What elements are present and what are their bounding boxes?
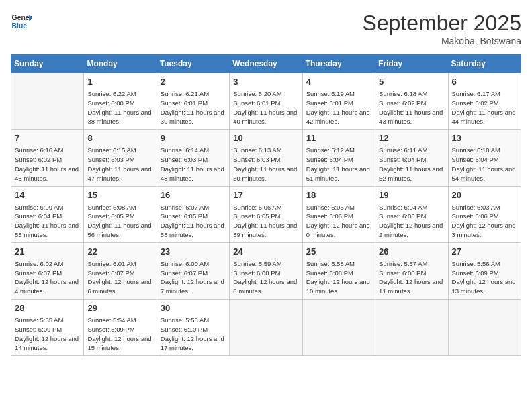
day-number: 5 [379,76,444,88]
day-number: 6 [452,76,517,88]
calendar-cell: 24 Sunrise: 5:59 AM Sunset: 6:08 PM Dayl… [230,242,302,299]
day-number: 19 [379,189,444,201]
day-number: 17 [233,189,298,201]
calendar-cell: 19 Sunrise: 6:04 AM Sunset: 6:06 PM Dayl… [375,186,448,242]
logo: General Blue [11,11,32,32]
day-number: 11 [306,132,371,144]
day-info: Sunrise: 5:58 AM Sunset: 6:08 PM Dayligh… [306,259,371,296]
day-info: Sunrise: 6:08 AM Sunset: 6:05 PM Dayligh… [87,203,152,240]
day-info: Sunrise: 6:19 AM Sunset: 6:01 PM Dayligh… [306,89,371,126]
day-number: 2 [161,76,226,88]
day-info: Sunrise: 6:10 AM Sunset: 6:04 PM Dayligh… [452,146,517,183]
day-number: 24 [233,246,298,258]
day-number: 26 [379,246,444,258]
calendar-cell [302,300,375,356]
day-info: Sunrise: 6:12 AM Sunset: 6:04 PM Dayligh… [306,146,371,183]
day-number: 3 [233,76,298,88]
day-number: 12 [379,132,444,144]
day-number: 16 [161,189,226,201]
calendar-week-row: 1 Sunrise: 6:22 AM Sunset: 6:00 PM Dayli… [11,73,521,130]
day-number: 9 [161,132,226,144]
day-info: Sunrise: 6:01 AM Sunset: 6:07 PM Dayligh… [87,259,152,296]
day-number: 7 [15,132,80,144]
calendar-cell [11,73,84,130]
weekday-header: Thursday [302,55,375,73]
calendar-cell: 28 Sunrise: 5:55 AM Sunset: 6:09 PM Dayl… [11,300,84,356]
svg-text:Blue: Blue [12,22,28,30]
day-number: 1 [87,76,152,88]
day-number: 27 [452,246,517,258]
calendar-cell: 18 Sunrise: 6:05 AM Sunset: 6:06 PM Dayl… [302,186,375,242]
calendar-cell: 16 Sunrise: 6:07 AM Sunset: 6:05 PM Dayl… [157,186,229,242]
calendar-week-row: 28 Sunrise: 5:55 AM Sunset: 6:09 PM Dayl… [11,300,521,356]
calendar-cell: 25 Sunrise: 5:58 AM Sunset: 6:08 PM Dayl… [302,242,375,299]
calendar-cell: 20 Sunrise: 6:03 AM Sunset: 6:06 PM Dayl… [448,186,521,242]
weekday-header-row: SundayMondayTuesdayWednesdayThursdayFrid… [11,55,521,73]
calendar-cell: 10 Sunrise: 6:13 AM Sunset: 6:03 PM Dayl… [230,130,302,186]
calendar-cell: 12 Sunrise: 6:11 AM Sunset: 6:04 PM Dayl… [375,130,448,186]
calendar-cell: 17 Sunrise: 6:06 AM Sunset: 6:05 PM Dayl… [230,186,302,242]
calendar-cell: 21 Sunrise: 6:02 AM Sunset: 6:07 PM Dayl… [11,242,84,299]
calendar-cell: 13 Sunrise: 6:10 AM Sunset: 6:04 PM Dayl… [448,130,521,186]
day-number: 25 [306,246,371,258]
day-info: Sunrise: 6:13 AM Sunset: 6:03 PM Dayligh… [233,146,298,183]
day-info: Sunrise: 6:14 AM Sunset: 6:03 PM Dayligh… [161,146,226,183]
day-info: Sunrise: 6:05 AM Sunset: 6:06 PM Dayligh… [306,203,371,240]
location: Makoba, Botswana [362,36,521,46]
calendar-cell: 1 Sunrise: 6:22 AM Sunset: 6:00 PM Dayli… [84,73,157,130]
day-number: 13 [452,132,517,144]
day-number: 18 [306,189,371,201]
weekday-header: Wednesday [230,55,302,73]
day-info: Sunrise: 6:16 AM Sunset: 6:02 PM Dayligh… [15,146,80,183]
day-number: 4 [306,76,371,88]
calendar-cell: 27 Sunrise: 5:56 AM Sunset: 6:09 PM Dayl… [448,242,521,299]
weekday-header: Sunday [11,55,84,73]
day-info: Sunrise: 6:20 AM Sunset: 6:01 PM Dayligh… [233,89,298,126]
day-number: 20 [452,189,517,201]
calendar-cell [448,300,521,356]
day-number: 10 [233,132,298,144]
day-info: Sunrise: 5:53 AM Sunset: 6:10 PM Dayligh… [161,316,226,353]
calendar-cell: 4 Sunrise: 6:19 AM Sunset: 6:01 PM Dayli… [302,73,375,130]
day-number: 29 [87,302,152,314]
day-info: Sunrise: 6:11 AM Sunset: 6:04 PM Dayligh… [379,146,444,183]
day-info: Sunrise: 6:18 AM Sunset: 6:02 PM Dayligh… [379,89,444,126]
calendar-cell: 14 Sunrise: 6:09 AM Sunset: 6:04 PM Dayl… [11,186,84,242]
day-info: Sunrise: 5:55 AM Sunset: 6:09 PM Dayligh… [15,316,80,353]
day-number: 28 [15,302,80,314]
title-block: September 2025 Makoba, Botswana [362,11,521,46]
day-info: Sunrise: 6:17 AM Sunset: 6:02 PM Dayligh… [452,89,517,126]
day-number: 21 [15,246,80,258]
calendar-cell: 8 Sunrise: 6:15 AM Sunset: 6:03 PM Dayli… [84,130,157,186]
day-info: Sunrise: 6:03 AM Sunset: 6:06 PM Dayligh… [452,203,517,240]
day-info: Sunrise: 6:04 AM Sunset: 6:06 PM Dayligh… [379,203,444,240]
calendar-cell: 23 Sunrise: 6:00 AM Sunset: 6:07 PM Dayl… [157,242,229,299]
page-header: General Blue September 2025 Makoba, Bots… [11,11,521,46]
calendar-week-row: 7 Sunrise: 6:16 AM Sunset: 6:02 PM Dayli… [11,130,521,186]
calendar-cell: 2 Sunrise: 6:21 AM Sunset: 6:01 PM Dayli… [157,73,229,130]
calendar-cell [230,300,302,356]
calendar-cell: 9 Sunrise: 6:14 AM Sunset: 6:03 PM Dayli… [157,130,229,186]
calendar-cell: 26 Sunrise: 5:57 AM Sunset: 6:08 PM Dayl… [375,242,448,299]
calendar-cell: 5 Sunrise: 6:18 AM Sunset: 6:02 PM Dayli… [375,73,448,130]
calendar-cell: 6 Sunrise: 6:17 AM Sunset: 6:02 PM Dayli… [448,73,521,130]
weekday-header: Monday [84,55,157,73]
day-number: 15 [87,189,152,201]
day-number: 30 [161,302,226,314]
day-info: Sunrise: 6:02 AM Sunset: 6:07 PM Dayligh… [15,259,80,296]
calendar-cell: 22 Sunrise: 6:01 AM Sunset: 6:07 PM Dayl… [84,242,157,299]
weekday-header: Friday [375,55,448,73]
day-info: Sunrise: 6:06 AM Sunset: 6:05 PM Dayligh… [233,203,298,240]
day-number: 14 [15,189,80,201]
calendar-cell [375,300,448,356]
calendar-cell: 30 Sunrise: 5:53 AM Sunset: 6:10 PM Dayl… [157,300,229,356]
day-number: 23 [161,246,226,258]
weekday-header: Tuesday [157,55,229,73]
month-title: September 2025 [362,11,521,36]
day-info: Sunrise: 6:07 AM Sunset: 6:05 PM Dayligh… [161,203,226,240]
day-number: 22 [87,246,152,258]
day-info: Sunrise: 6:00 AM Sunset: 6:07 PM Dayligh… [161,259,226,296]
day-info: Sunrise: 6:09 AM Sunset: 6:04 PM Dayligh… [15,203,80,240]
calendar-cell: 15 Sunrise: 6:08 AM Sunset: 6:05 PM Dayl… [84,186,157,242]
day-number: 8 [87,132,152,144]
